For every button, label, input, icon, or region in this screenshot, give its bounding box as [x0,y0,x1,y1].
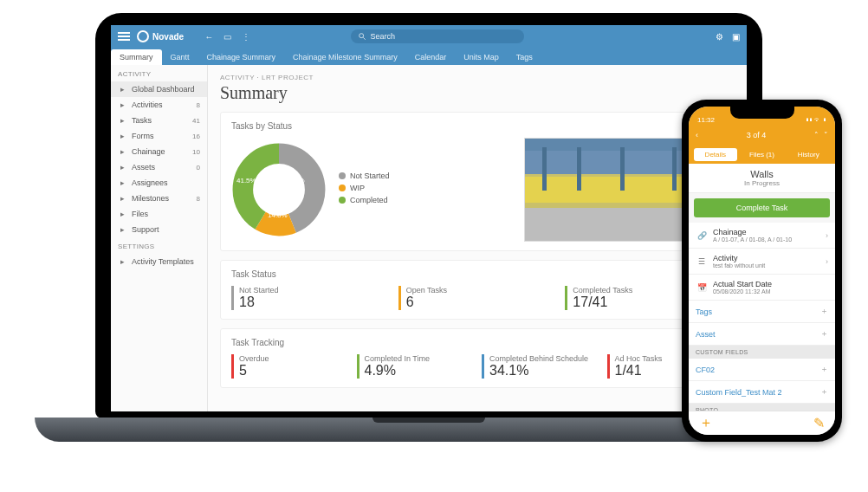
phone-app: 11:32 ▮▮ ᯤ ▮ ‹ 3 of 4 ˄ ˅ DetailsFiles (… [689,107,835,435]
phone-time: 11:32 [697,116,715,124]
page-title: Summary [220,83,735,103]
back-icon[interactable]: ‹ [696,131,698,139]
back-icon[interactable]: ← [204,32,213,42]
archive-icon[interactable]: ▭ [223,32,231,42]
phone-body: Walls In Progress Complete Task 🔗Chainag… [689,164,835,411]
app-window: Novade ← ▭ ⋮ Search ⚙ ▣ SummaryGanttChai… [111,25,747,411]
tab-tags[interactable]: Tags [508,49,541,65]
task-status: In Progress [694,179,830,187]
search-input[interactable]: Search [351,29,524,43]
sidebar-item-assignees[interactable]: ▸Assignees [111,175,207,191]
search-placeholder: Search [370,32,395,41]
stat-completed-behind-schedule: Completed Behind Schedule34.1% [482,354,599,379]
chevron-down-icon[interactable]: ˅ [824,131,828,139]
complete-task-button[interactable]: Complete Task [694,198,830,217]
cal-icon: 📅 [696,282,708,294]
tasks-icon: ▸ [118,116,126,125]
tab-chainage-summary[interactable]: Chainage Summary [198,49,285,65]
task-status-title: Task Status [231,269,723,279]
laptop-bezel: Novade ← ▭ ⋮ Search ⚙ ▣ SummaryGanttChai… [95,13,762,418]
chart-title: Tasks by Status [231,121,723,131]
sidebar-item-assets[interactable]: ▸Assets0 [111,159,207,175]
forms-icon: ▸ [118,132,126,140]
link-icon: 🔗 [696,230,708,242]
phone-tab-details[interactable]: Details [694,148,737,161]
add-icon[interactable]: ＋ [699,414,713,432]
plus-icon: ＋ [820,306,828,317]
task-tracking-card: Task Tracking Overdue5Completed In Time4… [220,328,735,388]
edit-icon[interactable]: ✎ [813,415,825,431]
sidebar-item-chainage[interactable]: ▸Chainage10 [111,144,207,159]
sidebar-item-files[interactable]: ▸Files [111,206,207,222]
custom-field-row[interactable]: Custom Field_Test Mat 2＋ [689,381,835,404]
detail-row-activity[interactable]: ☰Activitytest fab without unit› [689,249,835,275]
tab-summary[interactable]: Summary [111,49,162,65]
phone-tab-files[interactable]: Files (1) [741,148,784,161]
tab-units-map[interactable]: Units Map [455,49,508,65]
brand-logo-icon [137,30,149,42]
sidebar-item-tasks[interactable]: ▸Tasks41 [111,113,207,128]
sidebar-item-activity-templates[interactable]: ▸Activity Templates [111,254,207,269]
milestones-icon: ▸ [118,194,126,203]
detail-row-chainage[interactable]: 🔗ChainageA / 01-07, A / 01-08, A / 01-10… [689,223,835,249]
chevron-right-icon: › [826,257,828,266]
phone-header: Walls In Progress [689,164,835,193]
custom-field-row[interactable]: CF02＋ [689,359,835,381]
legend-item: Not Started [339,172,390,180]
app-bar: Novade ← ▭ ⋮ Search ⚙ ▣ [111,25,747,48]
chart-legend: Not StartedWIPCompleted [339,172,390,208]
detail-row-tags[interactable]: Tags＋ [689,301,835,323]
sidebar: ACTIVITY▸Global Dashboard▸Activities8▸Ta… [111,65,208,411]
detail-row-asset[interactable]: Asset＋ [689,323,835,346]
breadcrumb: ACTIVITY · LRT PROJECT [220,74,735,81]
tab-calendar[interactable]: Calendar [406,49,456,65]
gear-icon[interactable]: ⚙ [716,32,723,42]
search-icon [358,32,366,41]
stat-overdue: Overdue5 [231,354,348,379]
phone-footer: ＋ ✎ [689,411,835,435]
sidebar-section-header: SETTINGS [111,237,207,254]
laptop-device: Novade ← ▭ ⋮ Search ⚙ ▣ SummaryGanttChai… [95,13,762,442]
activity-templates-icon: ▸ [118,257,126,266]
phone-tabs: DetailsFiles (1)History [689,145,835,164]
detail-row-actual-start-date[interactable]: 📅Actual Start Date05/08/2020 11:32 AM [689,275,835,301]
task-tracking-title: Task Tracking [231,338,723,347]
stat-open-tasks: Open Tasks6 [398,286,557,310]
phone-signal-icon: ▮▮ ᯤ ▮ [806,116,826,124]
assignees-icon: ▸ [118,178,126,187]
donut-chart: 43.9% 14.6% 41.5% [231,142,327,237]
laptop-trackpad-notch [372,418,485,423]
task-title: Walls [694,169,830,179]
custom-fields-header: CUSTOM FIELDS [689,346,835,359]
hamburger-icon[interactable] [118,32,130,41]
legend-item: Completed [339,196,390,204]
donut-label-completed: 41.5% [236,177,256,184]
sidebar-item-forms[interactable]: ▸Forms16 [111,128,207,144]
content-area: ACTIVITY · LRT PROJECT Summary Tasks by … [208,65,747,411]
sidebar-item-milestones[interactable]: ▸Milestones8 [111,191,207,206]
legend-item: WIP [339,184,390,192]
svg-point-0 [360,34,364,38]
stat-completed-in-time: Completed In Time4.9% [357,354,474,379]
task-status-card: Task Status Not Started18Open Tasks6Comp… [220,260,735,320]
plus-icon: ＋ [820,364,828,375]
phone-tab-history[interactable]: History [787,148,830,161]
sidebar-section-header: ACTIVITY [111,65,207,81]
chevron-up-icon[interactable]: ˄ [814,131,819,139]
phone-nav-title: 3 of 4 [703,131,809,139]
donut-label-wip: 14.6% [268,211,288,219]
svg-line-1 [364,37,366,40]
activities-icon: ▸ [118,100,126,109]
tab-gantt[interactable]: Gantt [162,49,198,65]
photo-header: PHOTO [689,404,835,411]
account-icon[interactable]: ▣ [732,32,740,42]
chainage-icon: ▸ [118,147,126,156]
files-icon: ▸ [118,210,126,218]
tasks-by-status-card: Tasks by Status 43.9% 14.6% 41.5% Not St… [220,112,735,251]
sidebar-item-global-dashboard[interactable]: ▸Global Dashboard [111,81,207,97]
tab-chainage-milestone-summary[interactable]: Chainage Milestone Summary [284,49,406,65]
sidebar-item-support[interactable]: ▸Support [111,222,207,237]
brand-name: Novade [152,32,184,42]
more-icon[interactable]: ⋮ [242,32,250,42]
sidebar-item-activities[interactable]: ▸Activities8 [111,97,207,113]
